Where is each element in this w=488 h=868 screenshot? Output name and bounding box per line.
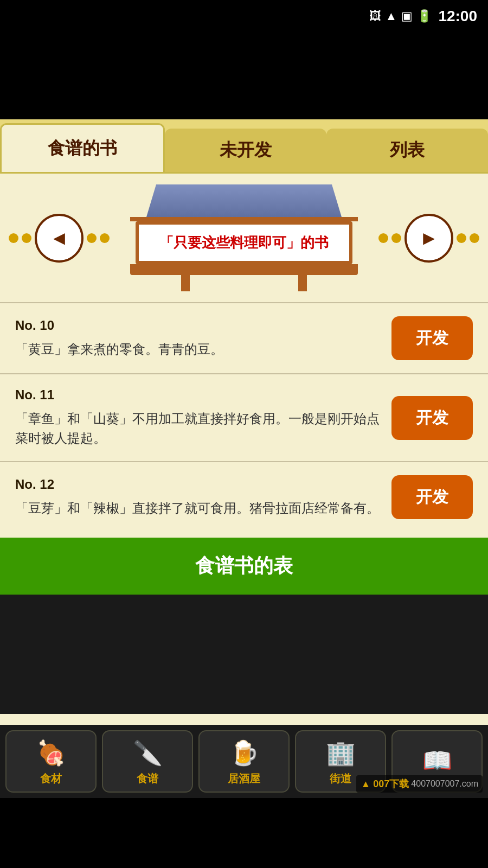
tab-undeveloped[interactable]: 未开发 xyxy=(165,129,326,172)
item-12-number: No. 12 xyxy=(15,477,381,492)
tab-list[interactable]: 列表 xyxy=(326,129,488,172)
recipe-item-10: No. 10 「黄豆」拿来煮的零食。青青的豆。 开发 xyxy=(0,302,488,373)
develop-btn-12[interactable]: 开发 xyxy=(391,475,473,519)
image-icon: 🖼 xyxy=(369,9,381,23)
dot-1 xyxy=(9,233,18,243)
nav-item-recipes[interactable]: 🔪 食谱 xyxy=(102,730,193,793)
carousel-left: ◄ xyxy=(9,214,110,263)
nav-ingredients-label: 食材 xyxy=(40,771,62,786)
table-section: 食谱书的表 xyxy=(0,538,488,595)
watermark-url: 4007007007.com xyxy=(411,779,478,789)
recipe-item-11-left: No. 11 「章鱼」和「山葵」不用加工就直接拌好食用。一般是刚开始点菜时被人提… xyxy=(15,387,381,448)
status-icons: 🖼 ▲ ▣ 🔋 xyxy=(369,9,432,23)
sign-top-bar xyxy=(130,217,358,221)
recipe-item-12: No. 12 「豆芽」和「辣椒」直接拌了就可食用。猪骨拉面店经常备有。 开发 xyxy=(0,461,488,532)
dot-5 xyxy=(378,233,388,243)
sign-roof xyxy=(146,184,342,217)
sign-leg-right xyxy=(298,275,307,291)
carousel-right: ► xyxy=(378,214,479,263)
dot-7 xyxy=(457,233,466,243)
prev-button[interactable]: ◄ xyxy=(35,214,84,263)
prev-arrow-icon: ◄ xyxy=(49,227,69,250)
wifi-icon: ▲ xyxy=(386,9,397,23)
sign-text: 「只要这些料理即可」的书 xyxy=(159,234,329,251)
dot-8 xyxy=(470,233,479,243)
dark-section xyxy=(0,595,488,714)
next-arrow-icon: ► xyxy=(419,227,439,250)
develop-btn-11[interactable]: 开发 xyxy=(391,396,473,440)
battery-icon: 🔋 xyxy=(417,9,432,23)
recipe-item-10-left: No. 10 「黄豆」拿来煮的零食。青青的豆。 xyxy=(15,318,381,359)
nav-street-label: 街道 xyxy=(330,771,351,786)
watermark-logo: ▲ 007下载 xyxy=(361,777,409,790)
develop-btn-10[interactable]: 开发 xyxy=(391,316,473,360)
tab-recipebook[interactable]: 食谱的书 xyxy=(0,123,165,172)
item-10-desc: 「黄豆」拿来煮的零食。青青的豆。 xyxy=(15,340,381,359)
dot-6 xyxy=(391,233,401,243)
top-banner xyxy=(0,33,488,119)
next-button[interactable]: ► xyxy=(404,214,453,263)
nav-item-izakaya[interactable]: 🍺 居酒屋 xyxy=(198,730,290,793)
nav-item-ingredients[interactable]: 🍖 食材 xyxy=(5,730,97,793)
recipes-icon: 🔪 xyxy=(133,739,163,767)
sign-frame: 「只要这些料理即可」的书 xyxy=(136,221,352,264)
dot-4 xyxy=(100,233,110,243)
sign-leg-left xyxy=(181,275,190,291)
recipe-item-12-left: No. 12 「豆芽」和「辣椒」直接拌了就可食用。猪骨拉面店经常备有。 xyxy=(15,477,381,518)
recipe-items: No. 10 「黄豆」拿来煮的零食。青青的豆。 开发 No. 11 「章鱼」和「… xyxy=(0,302,488,532)
dot-3 xyxy=(87,233,97,243)
sign-legs xyxy=(181,275,307,291)
dot-2 xyxy=(22,233,31,243)
street-icon: 🏢 xyxy=(326,739,356,767)
item-12-desc: 「豆芽」和「辣椒」直接拌了就可食用。猪骨拉面店经常备有。 xyxy=(15,499,381,518)
clock: 12:00 xyxy=(438,8,477,25)
item-11-desc: 「章鱼」和「山葵」不用加工就直接拌好食用。一般是刚开始点菜时被人提起。 xyxy=(15,409,381,448)
bottom-nav: 🍖 食材 🔪 食谱 🍺 居酒屋 🏢 街道 📖 ▲ 007下载 400700700… xyxy=(0,725,488,798)
izakaya-icon: 🍺 xyxy=(229,739,259,767)
nav-izakaya-label: 居酒屋 xyxy=(228,771,260,786)
ingredients-icon: 🍖 xyxy=(36,739,66,767)
signal-icon: ▣ xyxy=(401,9,413,23)
item-11-number: No. 11 xyxy=(15,387,381,403)
book-sign: 「只要这些料理即可」的书 xyxy=(115,184,373,291)
nav-recipes-label: 食谱 xyxy=(137,771,158,786)
tabs-container: 食谱的书 未开发 列表 xyxy=(0,119,488,174)
book-icon: 📖 xyxy=(422,746,452,775)
table-title: 食谱书的表 xyxy=(195,554,293,577)
item-10-number: No. 10 xyxy=(15,318,381,333)
recipe-item-11: No. 11 「章鱼」和「山葵」不用加工就直接拌好食用。一般是刚开始点菜时被人提… xyxy=(0,373,488,461)
status-bar: 🖼 ▲ ▣ 🔋 12:00 xyxy=(0,0,488,33)
sign-bottom-bar xyxy=(130,264,358,275)
main-content: ◄ 「只要这些料理即可」的书 ► xyxy=(0,174,488,725)
carousel-row: ◄ 「只要这些料理即可」的书 ► xyxy=(0,174,488,302)
watermark: ▲ 007下载 4007007007.com xyxy=(356,775,483,793)
